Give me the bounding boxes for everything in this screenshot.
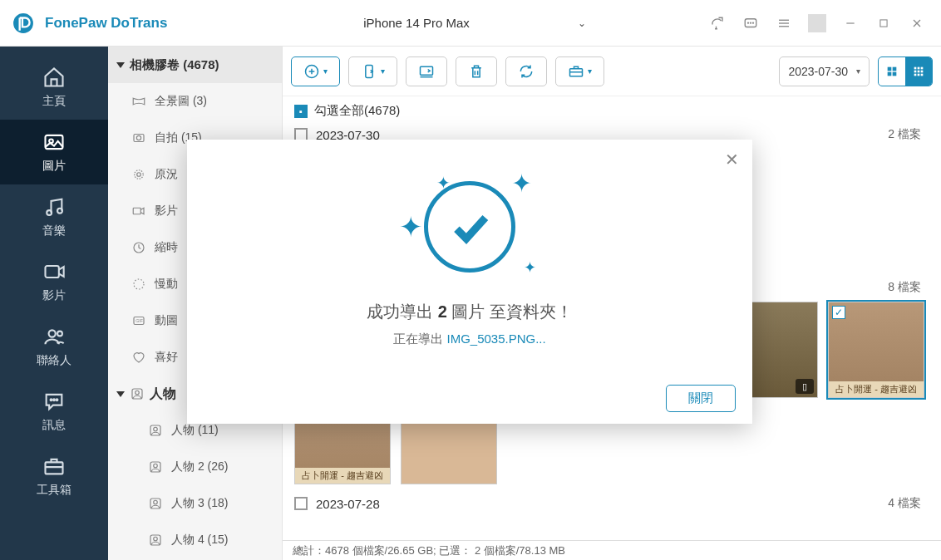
select-all-row[interactable]: ▪ 勾選全部(4678) <box>294 103 929 119</box>
svg-point-2 <box>748 22 749 23</box>
svg-point-19 <box>51 399 52 400</box>
svg-rect-49 <box>888 66 892 71</box>
sidebar-item-photos[interactable]: 圖片 <box>0 120 108 184</box>
category-person-4[interactable]: 人物 4 (15) <box>108 522 282 558</box>
svg-rect-52 <box>893 71 897 76</box>
svg-point-26 <box>135 170 144 179</box>
refresh-button[interactable] <box>505 56 547 86</box>
svg-rect-27 <box>133 208 140 214</box>
sidebar-item-messages[interactable]: 訊息 <box>0 379 108 444</box>
divider <box>808 14 826 32</box>
svg-rect-22 <box>46 462 63 474</box>
sidebar-item-home[interactable]: 主頁 <box>0 55 108 120</box>
select-all-label: 勾選全部(4678) <box>314 103 400 119</box>
sidebar-label: 影片 <box>42 288 66 303</box>
svg-rect-55 <box>921 66 924 69</box>
view-grid-large[interactable] <box>879 57 905 86</box>
svg-rect-58 <box>921 70 924 72</box>
feedback-icon[interactable] <box>708 14 727 32</box>
svg-point-17 <box>49 330 56 336</box>
triangle-down-icon <box>116 391 125 397</box>
message-icon[interactable] <box>741 14 760 32</box>
close-button[interactable] <box>908 14 926 32</box>
triangle-down-icon <box>116 62 125 68</box>
sidebar-label: 音樂 <box>42 224 66 238</box>
view-grid-small[interactable] <box>905 57 932 86</box>
device-selector[interactable]: iPhone 14 Pro Max ⌄ <box>343 8 598 38</box>
success-icon: ✦ ✦ ✦ ✦ <box>395 165 544 289</box>
view-toggle <box>878 56 933 86</box>
sidebar-label: 訊息 <box>42 418 66 433</box>
dialog-close-button[interactable]: ✕ <box>725 150 739 169</box>
svg-point-24 <box>136 135 140 140</box>
sidebar-label: 聯絡人 <box>37 353 71 368</box>
svg-text:GIF: GIF <box>135 318 143 323</box>
svg-point-4 <box>753 22 754 23</box>
toolbar: ▾ ▾ ▾ 2023-07-30▾ <box>283 47 941 96</box>
minimize-button[interactable] <box>841 14 860 32</box>
checkbox-checked-icon[interactable]: ✓ <box>832 306 845 319</box>
to-pc-button[interactable] <box>406 56 447 86</box>
category-person-3[interactable]: 人物 3 (18) <box>108 485 282 522</box>
toolbox-button[interactable]: ▾ <box>555 56 604 86</box>
svg-rect-59 <box>914 73 917 76</box>
delete-button[interactable] <box>456 56 497 86</box>
file-count: 2 檔案 <box>888 127 929 142</box>
photo-thumbnail[interactable]: ✓ 占卜開運 - 趨吉避凶 <box>828 302 924 398</box>
status-text: 總計：4678 個檔案/26.65 GB; 已選： 2 個檔案/78.13 MB <box>293 543 565 558</box>
category-panorama[interactable]: 全景圖 (3) <box>108 83 282 120</box>
svg-point-39 <box>154 500 158 504</box>
dialog-message: 成功導出 2 圖片 至資料夾！ <box>367 301 573 323</box>
date-label: 2023-07-28 <box>316 497 380 511</box>
category-person-2[interactable]: 人物 2 (26) <box>108 449 282 485</box>
category-header[interactable]: 相機膠卷 (4678) <box>108 47 282 83</box>
svg-point-35 <box>154 427 158 431</box>
category-header-label: 相機膠卷 (4678) <box>130 57 219 73</box>
checkbox-icon[interactable]: ▪ <box>294 105 308 118</box>
date-filter[interactable]: 2023-07-30▾ <box>779 56 870 86</box>
svg-point-29 <box>134 279 144 289</box>
to-device-button[interactable]: ▾ <box>348 56 397 86</box>
svg-point-21 <box>57 399 58 400</box>
svg-rect-61 <box>921 73 924 76</box>
file-count: 4 檔案 <box>888 496 929 511</box>
thumb-caption: 占卜開運 - 趨吉避凶 <box>295 468 390 484</box>
menu-icon[interactable] <box>775 14 793 32</box>
sidebar-item-music[interactable]: 音樂 <box>0 184 108 249</box>
svg-rect-57 <box>918 70 920 72</box>
svg-point-15 <box>57 209 62 214</box>
app-title: FonePaw DoTrans <box>45 15 167 32</box>
dialog-close-confirm-button[interactable]: 關閉 <box>666 385 736 412</box>
svg-rect-53 <box>914 66 917 69</box>
svg-rect-16 <box>46 266 59 278</box>
sidebar-item-videos[interactable]: 影片 <box>0 249 108 314</box>
file-count: 8 檔案 <box>888 280 929 295</box>
device-name: iPhone 14 Pro Max <box>363 16 470 30</box>
add-button[interactable]: ▾ <box>291 56 340 86</box>
svg-rect-9 <box>880 19 887 26</box>
sidebar-label: 主頁 <box>42 94 66 109</box>
sidebar-item-contacts[interactable]: 聯絡人 <box>0 314 108 379</box>
thumb-caption: 占卜開運 - 趨吉避凶 <box>829 381 924 397</box>
sidebar-label: 圖片 <box>42 159 66 174</box>
export-success-dialog: ✕ ✦ ✦ ✦ ✦ 成功導出 2 圖片 至資料夾！ 正在導出 IMG_5035.… <box>187 140 752 424</box>
chevron-down-icon: ⌄ <box>578 17 586 29</box>
svg-point-33 <box>135 391 140 395</box>
svg-point-18 <box>57 332 62 336</box>
svg-rect-60 <box>918 73 920 76</box>
date-group-row[interactable]: 2023-07-28 4 檔案 <box>294 496 929 511</box>
svg-rect-50 <box>893 66 897 71</box>
checkbox-icon[interactable] <box>294 497 308 510</box>
sidebar-item-toolbox[interactable]: 工具箱 <box>0 444 108 508</box>
sidebar-label: 工具箱 <box>37 483 71 498</box>
svg-point-41 <box>154 537 158 541</box>
dialog-sub-message: 正在導出 IMG_5035.PNG... <box>393 332 545 347</box>
svg-rect-51 <box>888 71 892 76</box>
svg-point-37 <box>154 464 158 468</box>
maximize-button[interactable] <box>874 14 893 32</box>
status-bar: 總計：4678 個檔案/26.65 GB; 已選： 2 個檔案/78.13 MB <box>283 540 941 560</box>
chevron-down-icon: ▾ <box>323 66 328 76</box>
svg-point-14 <box>47 210 52 215</box>
video-indicator-icon: ▯ <box>796 379 814 394</box>
svg-rect-54 <box>918 66 920 69</box>
